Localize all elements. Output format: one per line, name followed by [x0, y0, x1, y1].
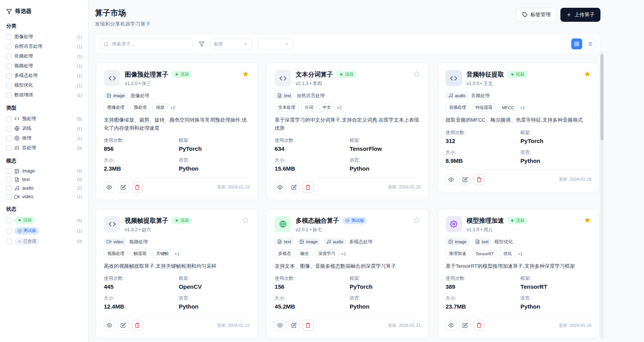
- operator-version: v1.0.5: [467, 81, 480, 86]
- category-label: 自然语言处理: [297, 92, 325, 99]
- favorite-button[interactable]: [413, 70, 421, 78]
- filter-item[interactable]: 数据增强(1): [6, 92, 82, 98]
- filter-checkbox[interactable]: [6, 239, 12, 244]
- filter-checkbox[interactable]: [6, 145, 12, 151]
- filter-checkbox[interactable]: [6, 73, 12, 79]
- edit-button[interactable]: [289, 320, 299, 331]
- view-button[interactable]: [446, 174, 457, 185]
- filter-checkbox[interactable]: [6, 92, 12, 98]
- favorite-button[interactable]: [583, 216, 592, 224]
- edit-button[interactable]: [460, 320, 471, 331]
- filter-item[interactable]: 音频处理(1): [6, 53, 82, 59]
- status-badge-label: 已弃用: [23, 239, 36, 244]
- filter-checkbox[interactable]: [6, 194, 12, 199]
- edit-button[interactable]: [118, 320, 129, 331]
- tag-filter-value: 标签: [214, 41, 223, 47]
- filter-checkbox[interactable]: [6, 168, 12, 174]
- filter-checkbox[interactable]: [6, 185, 12, 191]
- filter-checkbox[interactable]: [6, 218, 12, 223]
- secondary-filter-select[interactable]: [257, 38, 293, 50]
- filter-item[interactable]: 已弃用(0): [6, 238, 82, 245]
- sidebar-section: 状态活跃(6)测试版(1)已弃用(0): [6, 206, 82, 245]
- filter-item[interactable]: audio(2): [6, 185, 82, 191]
- modality-label: image: [113, 93, 125, 98]
- delete-button[interactable]: [303, 320, 313, 331]
- usage-label: 使用次数:: [275, 275, 346, 282]
- view-button[interactable]: [104, 320, 115, 331]
- filter-item[interactable]: video(1): [6, 194, 82, 199]
- upload-operator-button[interactable]: 上传算子: [560, 8, 600, 22]
- filter-item[interactable]: image(4): [6, 168, 82, 174]
- sidebar-section: 分类图像处理(1)自然语言处理(1)音频处理(1)视频处理(1)多模态处理(1)…: [6, 23, 82, 98]
- list-view-button[interactable]: [584, 38, 595, 49]
- search-input[interactable]: [100, 38, 193, 50]
- filter-checkbox[interactable]: [6, 44, 12, 49]
- size-label: 大小:: [446, 149, 517, 156]
- tag-pill: 融合: [297, 250, 312, 258]
- filter-item[interactable]: 视频处理(1): [6, 63, 82, 69]
- filter-item[interactable]: 图像处理(1): [6, 33, 82, 40]
- filter-checkbox[interactable]: [6, 136, 12, 141]
- filter-item[interactable]: 测试版(1): [6, 227, 82, 234]
- filter-checkbox[interactable]: [6, 116, 12, 122]
- filter-item[interactable]: 模型优化(1): [6, 82, 82, 89]
- filter-checkbox[interactable]: [6, 34, 12, 40]
- filter-count: (1): [77, 194, 82, 199]
- framework-value: TensorFlow: [350, 145, 421, 152]
- filter-item[interactable]: 推理(1): [6, 135, 82, 141]
- favorite-button[interactable]: [413, 216, 421, 224]
- tag-pill: MFCC: [499, 104, 518, 111]
- filter-checkbox[interactable]: [6, 228, 12, 234]
- status-badge: 活跃: [507, 71, 528, 78]
- tag-filter-select[interactable]: 标签: [210, 38, 252, 50]
- filter-label: text: [22, 177, 30, 182]
- manage-tags-button[interactable]: 标签管理: [516, 8, 556, 22]
- scrollbar-thumb[interactable]: [600, 54, 604, 140]
- edit-button[interactable]: [460, 174, 471, 185]
- edit-button[interactable]: [289, 182, 299, 193]
- filter-item[interactable]: 后处理(0): [6, 145, 82, 151]
- card-head-text: 多模态融合算子测试版v2.0.1 • 孙七: [296, 216, 408, 233]
- delete-button[interactable]: [303, 182, 313, 193]
- status-badge: 已弃用: [14, 238, 39, 245]
- operator-author: 王五: [483, 81, 493, 86]
- filter-checkbox[interactable]: [6, 177, 12, 182]
- grid-view-button[interactable]: [571, 38, 582, 49]
- usage-value: 312: [446, 138, 517, 144]
- filter-checkbox[interactable]: [6, 126, 12, 131]
- trash-icon: [305, 323, 311, 328]
- delete-button[interactable]: [474, 320, 485, 331]
- favorite-button[interactable]: [242, 70, 250, 78]
- view-button[interactable]: [275, 320, 285, 331]
- delete-button[interactable]: [132, 182, 143, 193]
- funnel-icon: [199, 41, 205, 47]
- delete-button[interactable]: [132, 320, 143, 331]
- tags-more: +1: [518, 251, 523, 256]
- filter-item[interactable]: text(3): [6, 177, 82, 182]
- filter-item[interactable]: 活跃(6): [6, 216, 82, 224]
- status-badge-label: 活跃: [180, 72, 189, 77]
- view-toggle: [571, 38, 595, 49]
- updated-label: 更新:: [217, 323, 227, 328]
- filter-count: (6): [77, 218, 82, 223]
- view-button[interactable]: [446, 320, 457, 331]
- edit-button[interactable]: [118, 182, 129, 193]
- view-button[interactable]: [275, 182, 285, 193]
- status-badge: 活跃: [336, 71, 357, 78]
- favorite-button[interactable]: [583, 70, 592, 78]
- video-icon: [107, 239, 111, 244]
- view-button[interactable]: [104, 182, 115, 193]
- scrollbar[interactable]: [600, 52, 604, 339]
- filter-item[interactable]: 预处理(5): [6, 115, 82, 122]
- card-actions: [275, 320, 313, 331]
- filter-item[interactable]: 自然语言处理(1): [6, 43, 82, 50]
- favorite-button[interactable]: [242, 216, 250, 224]
- filter-checkbox[interactable]: [6, 63, 12, 69]
- filter-checkbox[interactable]: [6, 54, 12, 59]
- filter-item[interactable]: 训练(1): [6, 125, 82, 132]
- filter-item[interactable]: 多模态处理(1): [6, 72, 82, 79]
- filter-checkbox[interactable]: [6, 83, 12, 88]
- image-icon: [14, 169, 19, 174]
- delete-button[interactable]: [474, 174, 485, 185]
- framework-value: PyTorch: [179, 145, 250, 152]
